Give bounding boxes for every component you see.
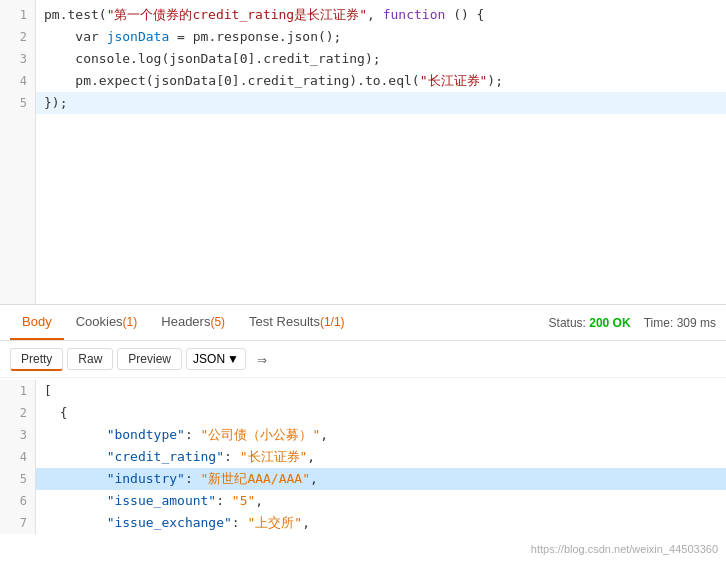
json-indent [44,515,107,530]
tab-label: Cookies [76,314,123,329]
code-line: var jsonData = pm.response.json(); [36,26,726,48]
code-token: , [367,7,383,22]
json-line-number: 4 [0,446,36,468]
json-key: "credit_rating" [107,449,224,464]
json-line-number: 7 [0,512,36,534]
format-select-label: JSON [193,352,225,366]
chevron-down-icon: ▼ [227,352,239,366]
json-indent [44,449,107,464]
watermark: https://blog.csdn.net/weixin_44503360 [531,543,718,555]
json-comma: , [320,427,328,442]
json-line-content: "credit_rating": "长江证券", [36,446,323,468]
format-icon[interactable]: ⇒ [250,347,274,371]
json-line: 4 "credit_rating": "长江证券", [0,446,726,468]
status-value: 200 OK [589,316,630,330]
editor-section: 12345 pm.test("第一个债券的credit_rating是长江证券"… [0,0,726,305]
format-bar: Pretty Raw Preview JSON ▼ ⇒ [0,341,726,378]
preview-button[interactable]: Preview [117,348,182,370]
pretty-button[interactable]: Pretty [10,348,63,371]
line-number: 2 [0,26,35,48]
json-line: 1[ [0,380,726,402]
json-line-number: 5 [0,468,36,490]
code-token: var [44,29,107,44]
json-comma: , [310,471,318,486]
code-token: "长江证券" [420,73,488,88]
json-line-number: 6 [0,490,36,512]
code-token: pm.expect(jsonData[0].credit_rating).to.… [44,73,420,88]
json-value: "公司债（小公募）" [201,427,321,442]
line-number: 5 [0,92,35,114]
json-value: "上交所" [248,515,303,530]
json-line-content: "issue_exchange": "上交所", [36,512,318,534]
tab-bar-left: BodyCookies (1)Headers (5)Test Results (… [10,305,357,340]
tab-item[interactable]: Test Results (1/1) [237,305,357,340]
time-label: Time: [644,316,674,330]
code-token: jsonData [107,29,170,44]
tab-item[interactable]: Cookies (1) [64,305,150,340]
tab-label: Test Results [249,314,320,329]
status-label: Status: [549,316,586,330]
json-line: 6 "issue_amount": "5", [0,490,726,512]
code-token: () { [445,7,484,22]
line-number: 4 [0,70,35,92]
json-value: "5" [232,493,255,508]
json-value: "新世纪AAA/AAA" [201,471,310,486]
tab-item[interactable]: Body [10,305,64,340]
code-token: = pm.response.json(); [169,29,341,44]
json-comma: , [302,515,310,530]
json-line-content: [ [36,380,60,402]
code-token: ); [487,73,503,88]
time-value: 309 ms [677,316,716,330]
json-line-number: 1 [0,380,36,402]
code-line: pm.test("第一个债券的credit_rating是长江证券", func… [36,4,726,26]
tab-badge: (5) [210,315,225,329]
tab-badge: (1/1) [320,315,345,329]
tab-label: Headers [161,314,210,329]
json-key: "issue_amount" [107,493,217,508]
json-key: "bondtype" [107,427,185,442]
line-number: 1 [0,4,35,26]
code-token: console.log(jsonData[0].credit_rating); [44,51,381,66]
json-colon: : [185,471,201,486]
json-line-content: "issue_amount": "5", [36,490,271,512]
response-section: BodyCookies (1)Headers (5)Test Results (… [0,305,726,563]
code-token: function [383,7,446,22]
json-line-content: { [36,402,75,424]
json-line: 7 "issue_exchange": "上交所", [0,512,726,534]
json-key: "industry" [107,471,185,486]
code-token: }); [44,95,67,110]
raw-button[interactable]: Raw [67,348,113,370]
code-token: "第一个债券的credit_rating是长江证券" [107,7,367,22]
code-line: console.log(jsonData[0].credit_rating); [36,48,726,70]
line-number: 3 [0,48,35,70]
json-value: "长江证券" [240,449,308,464]
json-comma: , [255,493,263,508]
json-line-number: 3 [0,424,36,446]
status-info: Status: 200 OK Time: 309 ms [549,316,716,330]
tab-label: Body [22,314,52,329]
json-indent [44,427,107,442]
code-token: .test( [60,7,107,22]
code-content[interactable]: pm.test("第一个债券的credit_rating是长江证券", func… [36,0,726,304]
format-select[interactable]: JSON ▼ [186,348,246,370]
json-colon: : [224,449,240,464]
json-line: 2 { [0,402,726,424]
code-token: pm [44,7,60,22]
json-line-content: "bondtype": "公司债（小公募）", [36,424,336,446]
tab-badge: (1) [123,315,138,329]
json-line-number: 2 [0,402,36,424]
line-numbers: 12345 [0,0,36,304]
tab-item[interactable]: Headers (5) [149,305,237,340]
json-indent [44,471,107,486]
code-area: 12345 pm.test("第一个债券的credit_rating是长江证券"… [0,0,726,304]
json-body[interactable]: 1[2 {3 "bondtype": "公司债（小公募）",4 "credit_… [0,378,726,562]
json-colon: : [232,515,248,530]
json-line-content: "industry": "新世纪AAA/AAA", [36,468,326,490]
json-colon: : [216,493,232,508]
json-indent [44,493,107,508]
json-key: "issue_exchange" [107,515,232,530]
json-comma: , [307,449,315,464]
code-line: }); [36,92,726,114]
tab-bar: BodyCookies (1)Headers (5)Test Results (… [0,305,726,341]
code-line: pm.expect(jsonData[0].credit_rating).to.… [36,70,726,92]
